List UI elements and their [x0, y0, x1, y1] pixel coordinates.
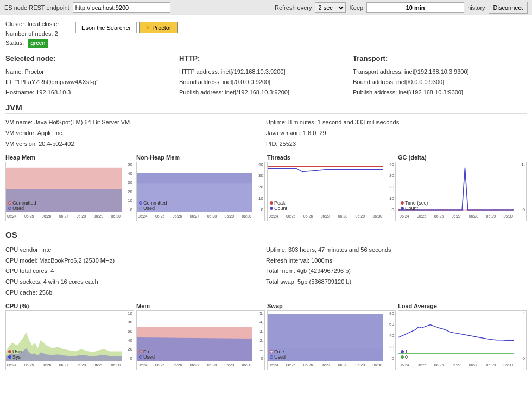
os-charts-row: CPU (%) 10806040200 06:2406:2506:2606:27…: [5, 303, 527, 370]
jvm-info: VM name: Java HotSpot(TM) 64-Bit Server …: [5, 117, 527, 149]
heap-xaxis: 06:2406:2506:2606:2706:2806:2906:30: [6, 212, 122, 221]
nonheap-chart-container: Non-Heap Mem 403020100 06:2406:2506:2606…: [136, 154, 265, 221]
swap-xaxis: 06:2406:2506:2606:2706:2806:2906:30: [268, 361, 383, 370]
os-uptime: Uptime: 303 hours, 47 minutes and 56 sec…: [266, 245, 527, 256]
history-label: history: [467, 4, 485, 11]
transport-col: Transport: Transport address: inet[/192.…: [353, 53, 527, 97]
swap-legend: Free Used: [270, 349, 286, 360]
cpu-chart-area: [6, 311, 122, 361]
vm-name: VM name: Java HotSpot(TM) 64-Bit Server …: [5, 117, 266, 128]
swap-chart-container: Swap 806040200 06:2406:2506:2606:2706:28…: [267, 303, 396, 370]
node-hostname: Hostname: 192.168.10.3: [5, 87, 179, 98]
node-buttons: Eson the Searcher ★ Proctor: [75, 22, 178, 33]
os-refresh: Refresh interval: 1000ms: [266, 256, 527, 266]
mem-legend: Free Used: [139, 349, 155, 360]
heap-chart-container: Heap Mem 50403020100 06:2406:2506:2606:2…: [5, 154, 134, 221]
selected-node-col: Selected node: Name: Proctor ID: "1PEaYZ…: [5, 53, 179, 97]
node-id: ID: "1PEaYZRhQompaww4AXsf-g": [5, 77, 179, 87]
node-info-grid: Selected node: Name: Proctor ID: "1PEaYZ…: [5, 53, 527, 97]
transport-bound: Bound address: inet[/0.0.0.0:9300]: [353, 77, 527, 87]
jvm-uptime: Uptime: 8 minutes, 1 second and 333 mill…: [266, 117, 527, 128]
cpu-legend: User Sys: [8, 349, 23, 360]
cpu-xaxis: 06:2406:2506:2606:2706:2806:2906:30: [6, 361, 122, 370]
cluster-status-row: Status: green: [5, 39, 59, 48]
mem-chart-box: 5,4,3,2,1,0 06:2406:2506:2606:2706:2806:…: [136, 310, 265, 370]
gc-chart-container: GC (delta) 1.0 06:2406:2506:2606:2706:28…: [398, 154, 527, 221]
load-xaxis: 06:2406:2506:2606:2706:2806:2906:30: [398, 361, 514, 370]
refresh-label: Refresh every: [275, 4, 312, 11]
transport-address: Transport address: inet[/192.168.10.3:93…: [353, 67, 527, 77]
cpu-yaxis: 10806040200: [122, 311, 134, 361]
os-total-mem: Total mem: 4gb (4294967296 b): [266, 266, 527, 277]
mem-yaxis: 5,4,3,2,1,0: [252, 311, 264, 361]
nonheap-legend: Committed Used: [139, 200, 167, 211]
cpu-sockets: CPU sockets: 4 with 16 cores each: [5, 277, 266, 288]
cpu-chart-title: CPU (%): [5, 303, 134, 309]
heap-yaxis: 50403020100: [122, 162, 134, 212]
heap-chart-title: Heap Mem: [5, 154, 134, 161]
load-chart-title: Load Average: [398, 303, 527, 309]
os-right: Uptime: 303 hours, 47 minutes and 56 sec…: [266, 245, 527, 298]
endpoint-label: ES node REST endpoint: [4, 4, 69, 11]
load-chart-container: Load Average 40 06:2406:2506: [398, 303, 527, 370]
cluster-text: Cluster: local.cluster Number of nodes: …: [5, 20, 59, 48]
http-col: HTTP: HTTP address: inet[/192.168.10.3:9…: [179, 53, 353, 97]
threads-chart-box: 403020100 06:2406:2506:2606:2706:2806:29…: [267, 162, 396, 221]
keep-input[interactable]: [366, 2, 464, 13]
cpu-cache: CPU cache: 256b: [5, 288, 266, 298]
selected-node-title: Selected node:: [5, 53, 179, 65]
node2-button[interactable]: ★ Proctor: [139, 22, 177, 33]
jvm-charts-row: Heap Mem 50403020100 06:2406:2506:2606:2…: [5, 154, 527, 221]
os-info: CPU vendor: Intel CPU model: MacBookPro6…: [5, 245, 527, 298]
refresh-select[interactable]: 2 sec1 sec5 sec10 sec: [315, 2, 346, 13]
mem-chart-title: Mem: [136, 303, 265, 309]
transport-publish: Publish address: inet[/192.168.10.3:9300…: [353, 87, 527, 98]
jvm-title: JVM: [5, 103, 527, 114]
cluster-status-label: Status:: [5, 40, 24, 46]
jvm-pid: PID: 25523: [266, 139, 527, 150]
swap-yaxis: 806040200: [383, 311, 395, 361]
mem-xaxis: 06:2406:2506:2606:2706:2806:2906:30: [137, 361, 252, 370]
http-bound: Bound address: inet[/0.0.0.0:9200]: [179, 77, 353, 87]
node1-button[interactable]: Eson the Searcher: [75, 22, 137, 33]
threads-xaxis: 06:2406:2506:2606:2706:2806:2906:30: [268, 212, 383, 221]
gc-xaxis: 06:2406:2506:2606:2706:2806:2906:30: [398, 212, 514, 221]
nonheap-chart-title: Non-Heap Mem: [136, 154, 265, 161]
load-chart-area: [398, 311, 514, 361]
threads-yaxis: 403020100: [383, 162, 395, 212]
http-publish: Publish address: inet[/192.168.10.3:9200…: [179, 87, 353, 98]
vm-version: VM version: 20.4-b02-402: [5, 139, 266, 150]
jvm-right: Uptime: 8 minutes, 1 second and 333 mill…: [266, 117, 527, 149]
cluster-name: Cluster: local.cluster: [5, 20, 59, 29]
http-title: HTTP:: [179, 53, 353, 65]
jvm-left: VM name: Java HotSpot(TM) 64-Bit Server …: [5, 117, 266, 149]
star-icon: ★: [145, 24, 150, 31]
gc-chart-box: 1.0 06:2406:2506:2606:2706:2806:2906:30 …: [398, 162, 527, 221]
node2-label: Proctor: [152, 24, 171, 31]
toolbar: ES node REST endpoint Refresh every 2 se…: [0, 0, 532, 15]
status-badge: green: [28, 39, 48, 48]
cpu-model: CPU model: MacBookPro6,2 (2530 MHz): [5, 256, 266, 266]
os-left: CPU vendor: Intel CPU model: MacBookPro6…: [5, 245, 266, 298]
heap-chart-box: 50403020100 06:2406:2506:2606:2706:2806:…: [5, 162, 134, 221]
cpu-vendor: CPU vendor: Intel: [5, 245, 266, 256]
endpoint-input[interactable]: [73, 2, 170, 13]
java-version: Java version: 1.6.0_29: [266, 128, 527, 139]
nonheap-xaxis: 06:2406:2506:2606:2706:2806:2906:30: [137, 212, 252, 221]
mem-chart-container: Mem 5,4,3,2,1,0 06:2406:2506:2606:2706:2…: [136, 303, 265, 370]
threads-chart-container: Threads 403020100 06:2406:2506:2606:2706…: [267, 154, 396, 221]
load-chart-box: 40 06:2406:2506:2606:2706:2806:2906:30 1…: [398, 310, 527, 370]
cpu-chart-box: 10806040200 06:2406:2506:2606:2706:2806:…: [5, 310, 134, 370]
nonheap-yaxis: 403020100: [252, 162, 264, 212]
threads-legend: Peak Count: [270, 200, 287, 211]
cluster-info: Cluster: local.cluster Number of nodes: …: [5, 20, 527, 48]
disconnect-button[interactable]: Disconnect: [489, 2, 528, 14]
vm-vendor: VM vendor: Apple Inc.: [5, 128, 266, 139]
gc-chart-title: GC (delta): [398, 154, 527, 161]
gc-legend: Time (sec) Count: [401, 200, 428, 211]
gc-yaxis: 1.0: [514, 162, 526, 212]
cpu-chart-container: CPU (%) 10806040200 06:2406:2506:2606:27…: [5, 303, 134, 370]
cpu-cores: CPU total cores: 4: [5, 266, 266, 277]
threads-chart-title: Threads: [267, 154, 396, 161]
load-yaxis: 40: [514, 311, 526, 361]
